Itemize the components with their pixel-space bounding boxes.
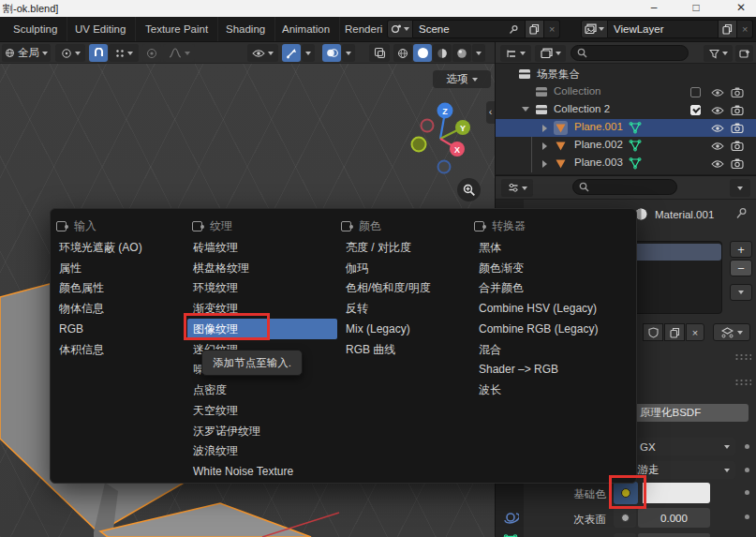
menu-item-ambient-occlusion[interactable]: 环境光遮蔽 (AO) [59,237,142,258]
zoom-tool-button[interactable] [457,178,481,201]
new-material-button[interactable] [664,323,685,341]
outliner-row-plane001[interactable]: Plane.001 [496,119,756,137]
add-slot-button[interactable]: + [730,241,752,258]
scene-unlink-button[interactable]: × [544,20,560,38]
tab-rendering[interactable]: Renderi [335,17,392,41]
proportional-falloff-dropdown[interactable] [163,44,195,62]
scene-icon-dropdown[interactable] [387,20,413,38]
menu-item-combine-hsv-legacy[interactable]: Combine HSV (Legacy) [479,298,597,319]
options-dropdown[interactable]: 选项 [433,70,491,88]
menu-item-white-noise-texture[interactable]: White Noise Texture [193,461,293,482]
tab-uv-editing[interactable]: UV Editing [66,17,136,41]
menu-item-rgb-curves[interactable]: RGB 曲线 [346,339,395,360]
menu-item-sky-texture[interactable]: 天空纹理 [193,400,238,421]
viewlayer-icon-dropdown[interactable] [581,20,608,38]
animate-dot[interactable] [745,490,749,495]
camera-icon[interactable] [731,87,744,97]
new-collection-button[interactable] [735,45,753,62]
menu-item-invert[interactable]: 反转 [346,298,368,319]
shading-material-button[interactable] [433,44,452,62]
show-overlays-toggle[interactable] [322,44,341,62]
show-gizmo-toggle[interactable] [282,44,301,62]
subsurface-value-field[interactable]: 0.000 [638,508,710,528]
outliner-search-input[interactable] [571,45,689,61]
animate-dot[interactable] [745,468,749,472]
menu-item-object-info[interactable]: 物体信息 [59,298,104,319]
menu-item-gamma[interactable]: 伽玛 [346,258,368,278]
menu-item-shader-to-rgb[interactable]: Shader –> RGB [479,359,558,380]
minimize-button[interactable]: – [640,1,668,16]
collection-checkbox[interactable] [690,87,701,97]
expand-arrow-icon[interactable] [522,107,529,112]
animate-dot[interactable] [745,515,749,519]
animate-dot[interactable] [745,444,749,449]
scene-copy-button[interactable] [526,20,544,38]
remove-slot-button[interactable]: − [730,260,752,276]
eye-icon[interactable] [711,124,724,133]
eye-icon[interactable] [711,88,724,97]
outliner-display-mode-dropdown[interactable] [500,45,531,62]
scene-name-field[interactable]: Scene [413,20,526,38]
shading-rendered-button[interactable] [452,44,471,62]
eye-icon[interactable] [711,142,724,151]
camera-icon[interactable] [731,123,744,133]
collection-checkbox[interactable] [690,105,701,115]
viewlayer-name-field[interactable]: ViewLayer [608,20,719,38]
outliner-library-dropdown[interactable] [535,45,566,62]
menu-item-hue-saturation[interactable]: 色相/饱和度/明度 [346,277,431,298]
unlink-material-button[interactable]: × [686,323,704,341]
editor-type-dropdown[interactable] [501,179,533,197]
slot-specials-dropdown[interactable] [730,284,752,301]
base-color-swatch[interactable] [643,483,710,503]
camera-icon[interactable] [731,158,744,169]
pivot-point-dropdown[interactable] [55,44,85,62]
eye-icon[interactable] [711,159,724,169]
expand-arrow-icon[interactable] [542,160,547,168]
eye-icon[interactable] [711,106,724,115]
tab-shading[interactable]: Shading [216,17,275,41]
outliner-row-collection2[interactable]: Collection 2 [496,101,756,119]
menu-item-color-ramp[interactable]: 颜色渐变 [479,258,524,278]
shading-solid-button[interactable] [413,44,432,62]
menu-item-voronoi-texture[interactable]: 沃罗诺伊纹理 [193,421,260,441]
maximize-button[interactable]: □ [682,1,710,16]
outliner-row-scene-collection[interactable]: 场景集合 [496,66,756,83]
gizmo-dropdown[interactable] [302,44,315,62]
overlays-dropdown[interactable] [342,44,355,62]
panel-grip[interactable] [734,353,751,360]
outliner-row-collection[interactable]: Collection [496,83,756,101]
pin-icon[interactable] [509,24,519,35]
xray-toggle[interactable] [369,44,390,62]
properties-search-input[interactable] [572,179,677,195]
menu-item-checker-texture[interactable]: 棋盘格纹理 [193,258,249,278]
viewlayer-copy-button[interactable] [719,20,737,38]
fake-user-button[interactable] [643,323,663,341]
menu-item-attribute[interactable]: 属性 [59,258,82,278]
panel-grip[interactable] [734,379,751,385]
menu-item-brick-texture[interactable]: 砖墙纹理 [193,237,238,258]
tab-texture-paint[interactable]: Texture Paint [136,17,218,41]
tab-animation[interactable]: Animation [273,17,340,41]
shading-wireframe-button[interactable] [393,44,412,62]
navigation-gizmo[interactable]: Z Y X [403,92,482,181]
pin-icon[interactable] [735,207,748,219]
menu-item-brightness-contrast[interactable]: 亮度 / 对比度 [346,237,411,258]
menu-item-combine-rgb-legacy[interactable]: Combine RGB (Legacy) [479,319,598,339]
menu-item-volume-info[interactable]: 体积信息 [59,339,104,360]
menu-item-mix-legacy[interactable]: Mix (Legacy) [346,319,410,339]
object-visibility-dropdown[interactable] [247,44,278,62]
proportional-edit-toggle[interactable] [142,44,161,62]
close-button[interactable]: ✕ [727,1,755,16]
outliner-filter-dropdown[interactable] [704,45,733,62]
menu-item-combine-color[interactable]: 合并颜色 [479,277,524,298]
menu-item-wave-texture[interactable]: 波浪纹理 [193,440,238,461]
camera-icon[interactable] [731,141,744,151]
properties-options-dropdown[interactable] [730,179,750,197]
snap-target-dropdown[interactable] [109,44,139,62]
camera-icon[interactable] [731,105,744,115]
subsurface-socket[interactable] [614,507,636,528]
menu-item-rgb[interactable]: RGB [59,319,83,339]
outliner-row-plane003[interactable]: Plane.003 [496,155,756,172]
outliner-row-plane002[interactable]: Plane.002 [496,137,756,155]
menu-item-wavelength[interactable]: 波长 [479,380,501,400]
